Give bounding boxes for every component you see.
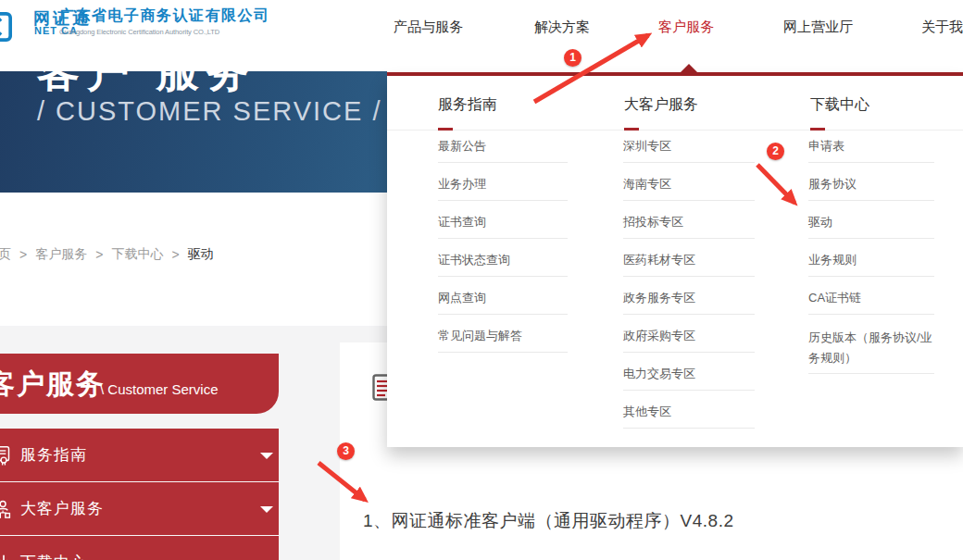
menu-item-power-trading-zone[interactable]: 电力交易专区 [623,366,755,391]
mega-col-underline [438,128,453,131]
menu-item-history-versions[interactable]: 历史版本（服务协议/业务规则） [808,328,934,374]
breadcrumb-download-center[interactable]: 下载中心 [111,246,163,263]
download-icon [0,553,14,560]
sidebar-title: 客户服务 [0,366,106,404]
certificate-icon [0,445,14,466]
hero-banner: 客户 服务 / CUSTOMER SERVICE / [0,71,387,193]
menu-item-medical-zone[interactable]: 医药耗材专区 [623,252,755,277]
company-name-cn: 广东省电子商务认证有限公司 [59,6,270,26]
menu-item-gov-service-zone[interactable]: 政务服务专区 [623,290,755,315]
menu-item-business-handling[interactable]: 业务办理 [438,176,568,201]
nav-products[interactable]: 产品与服务 [394,19,463,36]
menu-item-cert-query[interactable]: 证书查询 [438,214,568,239]
mega-menu-pointer-icon [680,64,698,73]
mega-col-underline [810,128,825,131]
annotation-step-1-badge: 1 [564,49,582,67]
sidebar-item-key-accounts[interactable]: 大客户服务 [0,482,279,535]
menu-item-faq[interactable]: 常见问题与解答 [438,328,568,353]
sidebar-item-service-guide[interactable]: 服务指南 [0,429,279,481]
menu-item-shenzhen-zone[interactable]: 深圳专区 [623,138,755,163]
sidebar-subtitle: \ Customer Service [100,381,219,397]
mega-col-key-accounts-title[interactable]: 大客户服务 [624,95,698,115]
download-item-driver-v482[interactable]: 1、网证通标准客户端（通用驱动程序）V4.8.2 [363,509,734,533]
netca-logo-icon[interactable] [0,11,13,43]
menu-item-gov-procurement-zone[interactable]: 政府采购专区 [623,328,755,353]
breadcrumb-separator: > [171,247,179,262]
menu-item-other-zone[interactable]: 其他专区 [623,404,755,429]
mega-col-download-center-title[interactable]: 下载中心 [810,95,869,115]
nav-online-hall[interactable]: 网上营业厅 [783,19,853,36]
menu-item-latest-notices[interactable]: 最新公告 [438,138,568,163]
mega-menu-top-border [387,72,963,76]
breadcrumb-separator: > [19,247,27,262]
annotation-step-3-badge: 3 [337,442,355,460]
sidebar-item-label: 服务指南 [20,444,87,466]
mega-col-underline [624,128,639,131]
organization-icon [0,499,14,519]
sidebar-header: 客户服务 \ Customer Service [0,354,279,414]
site-header: 网证通 NET CA 广东省电子商务认证有限公司 Guangdong Elect… [0,0,963,71]
breadcrumb-separator: > [95,247,103,262]
annotation-step-2-badge: 2 [767,143,784,160]
breadcrumb: 首页 > 客户服务 > 下载中心 > 驱动 [0,246,222,263]
sidebar-item-download-center[interactable]: 下载中心 [0,536,279,560]
sidebar-item-label: 下载中心 [20,552,87,560]
menu-item-service-agreement[interactable]: 服务协议 [808,176,934,201]
hero-subtitle: / CUSTOMER SERVICE / [37,96,382,127]
breadcrumb-customer-service[interactable]: 客户服务 [35,246,87,263]
nav-solutions[interactable]: 解决方案 [534,19,590,36]
breadcrumb-driver[interactable]: 驱动 [188,246,214,263]
menu-item-application-form[interactable]: 申请表 [808,138,934,163]
nav-customer-service[interactable]: 客户服务 [658,19,714,36]
breadcrumb-home[interactable]: 首页 [0,246,11,263]
company-name-en: Guangdong Electronic Certification Autho… [59,28,219,36]
menu-item-ca-cert-chain[interactable]: CA证书链 [808,290,934,315]
menu-item-driver[interactable]: 驱动 [808,214,934,239]
menu-item-hainan-zone[interactable]: 海南专区 [623,176,755,201]
mega-menu-header-divider [387,130,963,131]
nav-about-us[interactable]: 关于我们 [921,19,963,36]
menu-item-bidding-zone[interactable]: 招投标专区 [623,214,755,239]
sidebar-item-label: 大客户服务 [20,498,104,519]
menu-item-business-rules[interactable]: 业务规则 [808,252,934,277]
menu-item-cert-status-query[interactable]: 证书状态查询 [438,252,568,277]
chevron-down-icon [260,453,273,459]
mega-col-service-guide-title[interactable]: 服务指南 [438,95,497,115]
menu-item-branch-query[interactable]: 网点查询 [438,290,568,315]
chevron-down-icon [260,506,273,513]
